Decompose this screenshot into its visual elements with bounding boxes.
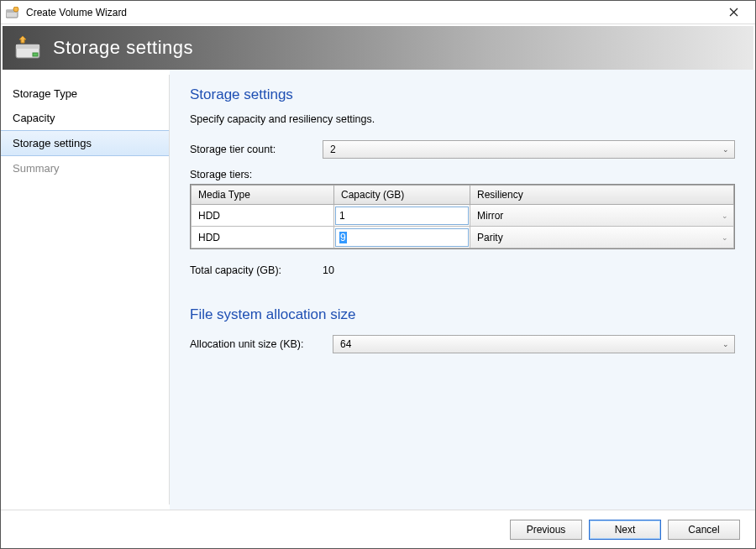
table-row: HDD 9 Parity⌄ (192, 227, 734, 248)
table-header-row: Media Type Capacity (GB) Resiliency (192, 186, 734, 205)
col-media-type[interactable]: Media Type (192, 186, 334, 205)
close-button[interactable] (717, 1, 750, 24)
sidebar: Storage Type Capacity Storage settings S… (1, 70, 169, 510)
capacity-input[interactable]: 9 (335, 228, 469, 247)
sidebar-item-summary[interactable]: Summary (1, 156, 169, 180)
section-storage-settings-title: Storage settings (190, 86, 735, 103)
resiliency-select[interactable]: Mirror⌄ (470, 205, 733, 226)
col-resiliency[interactable]: Resiliency (470, 186, 734, 205)
svg-point-2 (13, 7, 18, 12)
allocation-unit-size-select[interactable]: 64 ⌄ (333, 335, 735, 353)
svg-marker-8 (19, 36, 26, 43)
wizard-footer: Previous Next Cancel (1, 510, 755, 548)
media-type-cell: HDD (192, 207, 333, 224)
sidebar-item-storage-settings[interactable]: Storage settings (1, 130, 169, 156)
window-title: Create Volume Wizard (26, 7, 717, 18)
media-type-cell: HDD (192, 229, 333, 246)
app-icon (6, 6, 21, 19)
total-capacity-value: 10 (323, 264, 334, 276)
wizard-window: Create Volume Wizard Storage settings St… (0, 0, 756, 549)
svg-rect-6 (16, 44, 39, 49)
chevron-down-icon: ⌄ (722, 145, 729, 154)
storage-tiers-label: Storage tiers: (190, 169, 735, 180)
resiliency-select[interactable]: Parity⌄ (470, 227, 733, 248)
chevron-down-icon: ⌄ (722, 233, 728, 242)
main-content: Storage settings Specify capacity and re… (170, 70, 755, 510)
svg-rect-7 (33, 53, 38, 56)
total-capacity-label: Total capacity (GB): (190, 264, 323, 276)
page-banner: Storage settings (3, 26, 753, 70)
storage-tiers-table: Media Type Capacity (GB) Resiliency HDD … (190, 184, 735, 249)
storage-icon (14, 35, 45, 60)
section-file-system-title: File system allocation size (190, 306, 735, 323)
previous-button[interactable]: Previous (510, 520, 582, 540)
col-capacity[interactable]: Capacity (GB) (334, 186, 470, 205)
capacity-input[interactable]: 1 (335, 207, 469, 225)
allocation-unit-size-label: Allocation unit size (KB): (190, 338, 333, 350)
tier-count-value: 2 (330, 144, 336, 155)
next-button[interactable]: Next (589, 520, 661, 540)
tier-count-select[interactable]: 2 ⌄ (323, 140, 735, 159)
titlebar: Create Volume Wizard (1, 1, 755, 24)
chevron-down-icon: ⌄ (722, 212, 728, 220)
tier-count-label: Storage tier count: (190, 144, 323, 155)
close-icon (729, 8, 738, 17)
table-row: HDD 1 Mirror⌄ (192, 205, 734, 227)
section-description: Specify capacity and resiliency settings… (190, 113, 735, 125)
chevron-down-icon: ⌄ (722, 340, 729, 348)
sidebar-item-storage-type[interactable]: Storage Type (1, 81, 169, 106)
wizard-body: Storage Type Capacity Storage settings S… (1, 70, 755, 510)
banner-title: Storage settings (53, 37, 193, 59)
sidebar-item-capacity[interactable]: Capacity (1, 106, 169, 130)
allocation-unit-size-value: 64 (340, 338, 351, 350)
cancel-button[interactable]: Cancel (668, 520, 740, 540)
